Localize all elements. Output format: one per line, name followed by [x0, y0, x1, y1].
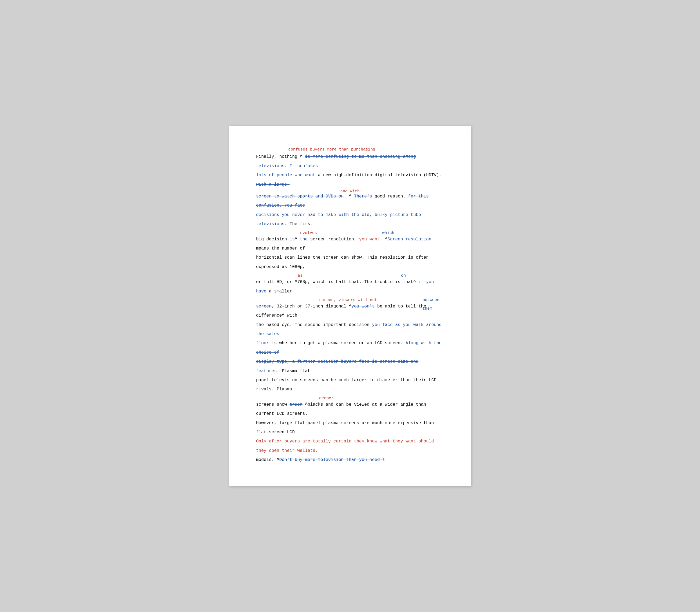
insert-as: as [298, 272, 302, 280]
text-line-11: display type, a further decision buyers … [256, 359, 418, 373]
text-line-7: or full HD, or ^768p, which is half that… [256, 280, 434, 293]
document-page: confuses buyers more than purchasing Fin… [229, 126, 471, 486]
strikethrough-2: lots of people who want [256, 173, 315, 178]
insert-line-as-on: as on [256, 272, 444, 277]
text-line-9: the naked eye. The second important deci… [256, 322, 441, 336]
strikethrough-17: floor [256, 341, 269, 346]
strikethrough-6: There's [354, 194, 372, 199]
strikethrough-12: Screen resolution [387, 237, 431, 242]
insert-on: on [401, 272, 406, 280]
strikethrough-8: decisions you never had to make with the… [256, 212, 421, 226]
essay-text: Finally, nothing ^ is more confusing to … [256, 152, 444, 464]
insert-line-screen-between: screen, viewers will not between them [256, 296, 444, 302]
insert-title: confuses buyers more than purchasing [256, 147, 444, 152]
strikethrough-10: the [300, 237, 307, 242]
strikethrough-18: Along with the choice of [256, 341, 441, 355]
insert-and-with: and with [256, 189, 444, 194]
text-line-8: screen, 32-inch or 37-inch diagonal ^you… [256, 304, 426, 318]
text-line-10: floor is whether to get a plasma screen … [256, 341, 441, 355]
strikethrough-19: display type, a further decision buyers … [256, 359, 418, 373]
insert-line-involves-which: involves which [256, 229, 444, 235]
text-line-1: Finally, nothing ^ is more confusing to … [256, 154, 416, 168]
strikethrough-9: is [290, 237, 295, 242]
strikethrough-5: and DVDs on [315, 194, 344, 199]
text-line-13: screens show truer ^blacks and can be vi… [256, 402, 426, 416]
insert-wallets-sentence: Only after buyers are totally certain th… [256, 439, 434, 453]
strikethrough-21: Don't buy more television than you need!… [279, 457, 385, 462]
insert-deeper: deeper [319, 394, 334, 403]
strikethrough-15: you won't [351, 304, 374, 309]
insert-screen-viewers: screen, viewers will not [319, 296, 377, 305]
strikethrough-14: screen, [256, 304, 274, 309]
strikethrough-4: screen to watch sports [256, 194, 313, 199]
text-line-4: decisions you never had to make with the… [256, 212, 421, 226]
text-line-6: horizontal scan lines the screen can sho… [256, 255, 429, 269]
text-line-15: models. ^Don't buy more television than … [256, 457, 385, 462]
strikethrough-3: with a large‑ [256, 182, 290, 187]
strikethrough-13: if you have [256, 280, 434, 293]
strikethrough-11: you want. [359, 237, 382, 242]
strikethrough-20: truer [290, 402, 302, 407]
text-line-12: panel television screens can be much lar… [256, 378, 436, 392]
text-line-3: screen to watch sports and DVDs on. ^ Th… [256, 194, 429, 208]
insert-which: which [382, 229, 394, 237]
strikethrough-16: you face as you walk around the sales‑ [256, 322, 441, 336]
text-line-2: lots of people who want a new high-defin… [256, 173, 441, 187]
insert-between-them: between them [423, 296, 444, 314]
text-line-14: However, large flat-panel plasma screens… [256, 421, 434, 435]
insert-line-deeper: deeper [256, 394, 444, 400]
insert-involves: involves [298, 229, 317, 237]
text-line-5: big decision is^ the screen resolution, … [256, 237, 431, 251]
strikethrough-1: is more confusing to me than choosing am… [256, 154, 416, 168]
